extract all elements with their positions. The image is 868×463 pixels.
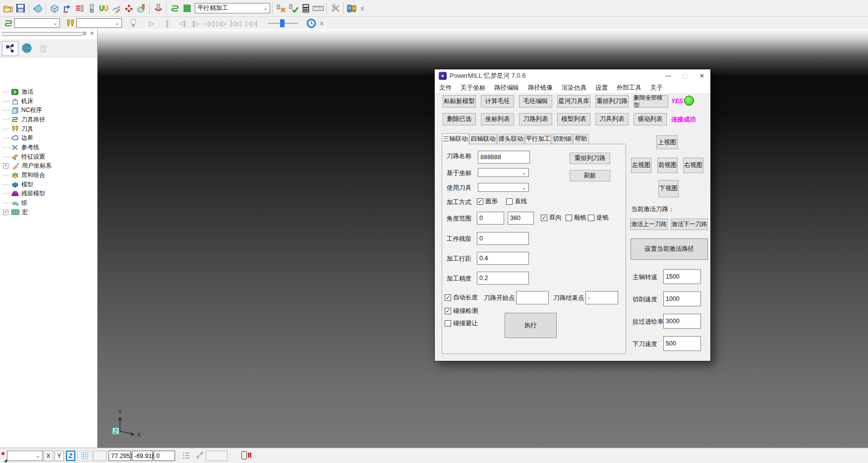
collision-check-icon[interactable]: [98, 2, 110, 15]
stepover-input[interactable]: [477, 252, 529, 265]
tree-item-toolpaths[interactable]: 刀具路径: [0, 115, 97, 124]
front-view-button[interactable]: 前视图: [657, 158, 678, 173]
sim-tool-combo[interactable]: ⌄: [76, 18, 122, 28]
toolpath-name-input[interactable]: [478, 151, 530, 164]
tree-item-boundaries[interactable]: 边界: [0, 133, 97, 143]
tree-item-stock-models[interactable]: 残留模型: [0, 189, 97, 199]
pause-icon[interactable]: ||: [161, 17, 173, 30]
grid-toggle-button[interactable]: [77, 451, 92, 461]
close-icon[interactable]: ✕: [694, 70, 710, 82]
angle-to-input[interactable]: [508, 212, 534, 225]
tool-library-button[interactable]: 星河刀具库: [557, 95, 590, 108]
climb-mill-checkbox[interactable]: 顺铣: [566, 214, 586, 222]
checkbox-checked[interactable]: ✓: [445, 308, 451, 314]
tab-saw[interactable]: 切割锯: [552, 134, 573, 144]
coordinate-list-icon[interactable]: [182, 452, 191, 462]
refresh-button[interactable]: 刷新: [570, 170, 610, 181]
tab-4axis[interactable]: 四轴联动: [469, 134, 497, 144]
conventional-mill-checkbox[interactable]: 逆铣: [588, 214, 609, 222]
checkbox-unchecked[interactable]: [506, 198, 513, 205]
circle-checkbox[interactable]: ✓ 圆形: [477, 197, 498, 206]
axis-x-button[interactable]: X: [44, 451, 53, 461]
axis-z-button[interactable]: Z: [66, 451, 75, 461]
leads-links-icon[interactable]: [73, 2, 85, 15]
open-project-icon[interactable]: [2, 2, 14, 15]
set-active-path-button[interactable]: 设置当前激活路径: [631, 238, 708, 260]
explorer-tree-tab[interactable]: [2, 41, 18, 56]
checkbox-checked[interactable]: ✓: [541, 215, 547, 221]
explorer-trash-tab[interactable]: [35, 41, 51, 55]
axis-y-button[interactable]: Y: [55, 451, 64, 461]
simbar-close-icon[interactable]: x: [317, 19, 326, 28]
pattern-icon[interactable]: [122, 2, 135, 15]
execute-button[interactable]: 执行: [505, 313, 557, 338]
toolpath-list-button[interactable]: 刀路列表: [519, 113, 552, 125]
slider-handle[interactable]: [280, 19, 285, 27]
tolerance-input[interactable]: [477, 272, 529, 285]
panel-close-icon[interactable]: ✕: [90, 30, 94, 37]
save-project-icon[interactable]: [14, 2, 27, 15]
drive-list-button[interactable]: 驱动列表: [634, 113, 667, 125]
menu-path-edit[interactable]: 路径编辑: [490, 84, 523, 92]
feed-rate-icon[interactable]: [152, 2, 164, 15]
teapot-demo-icon[interactable]: [31, 2, 44, 15]
model-list-button[interactable]: 模型列表: [557, 113, 590, 125]
tree-item-activate[interactable]: 激活: [0, 87, 97, 97]
rearrange-toolpaths-button[interactable]: 重排列刀路: [595, 95, 629, 108]
go-to-end-icon[interactable]: ▷▷|: [243, 17, 259, 30]
go-to-start-icon[interactable]: |◁◁: [228, 17, 243, 30]
plunge-feed-input[interactable]: [663, 336, 701, 351]
device-pause-icon[interactable]: [241, 451, 247, 460]
checkbox-unchecked[interactable]: [588, 215, 594, 221]
dialog-titlebar[interactable]: ✦ PowerMILL 忆梦星河 7.0.6 — ▢ ✕: [435, 69, 710, 82]
workplane-combo[interactable]: ⌄: [7, 451, 43, 461]
tool-delete-icon[interactable]: [275, 2, 287, 15]
delete-all-models-button[interactable]: 删除全部模型: [634, 95, 668, 108]
menu-render-sim[interactable]: 渲染仿真: [557, 84, 591, 92]
checkbox-unchecked[interactable]: [566, 215, 572, 221]
toolpath-icon[interactable]: [169, 2, 181, 15]
tab-3axis[interactable]: 三轴联动: [442, 133, 469, 144]
step-back-icon[interactable]: ◁|: [176, 17, 188, 30]
end-point-input[interactable]: [585, 291, 618, 304]
right-view-button[interactable]: 右视图: [683, 158, 703, 173]
activate-prev-toolpath-button[interactable]: 激活上一刀路: [630, 219, 668, 230]
explorer-globe-tab[interactable]: [19, 41, 34, 55]
left-view-button[interactable]: 左视图: [631, 158, 651, 173]
tab-parallel[interactable]: 平行加工: [525, 134, 551, 144]
activate-next-toolpath-button[interactable]: 激活下一刀路: [671, 219, 708, 230]
light-bulb-icon[interactable]: [127, 17, 139, 30]
tool-list-button[interactable]: 刀具列表: [595, 113, 629, 125]
maximize-icon[interactable]: ▢: [677, 70, 694, 82]
toolbar-close-icon[interactable]: x: [358, 4, 367, 13]
angle-from-input[interactable]: [477, 212, 504, 225]
checkbox-checked[interactable]: ✓: [477, 198, 483, 205]
curve-editor-icon[interactable]: [110, 2, 122, 15]
menu-path-mirror[interactable]: 路径镜像: [523, 84, 557, 92]
tool-change-icon[interactable]: [329, 2, 341, 15]
stock-allowance-input[interactable]: [477, 232, 529, 245]
spindle-speed-input[interactable]: [663, 269, 701, 284]
checkbox-unchecked[interactable]: [445, 320, 451, 327]
expand-icon[interactable]: +: [3, 163, 8, 169]
menu-settings[interactable]: 设置: [591, 84, 612, 92]
tree-item-patterns[interactable]: 参考线: [0, 143, 97, 152]
use-tool-combo[interactable]: ⌄: [478, 183, 529, 192]
paste-new-model-button[interactable]: 粘贴新模型: [443, 95, 476, 108]
coord-list-button[interactable]: 坐标列表: [481, 113, 514, 125]
tree-item-macros[interactable]: +宏: [0, 208, 97, 217]
step-forward-icon[interactable]: |▷: [189, 17, 202, 30]
toolpath-connections-icon[interactable]: [60, 2, 73, 15]
fast-forward-icon[interactable]: ▷▷: [215, 17, 228, 30]
expand-icon[interactable]: +: [3, 210, 8, 215]
block-edit-button[interactable]: 毛坯编辑: [519, 95, 552, 108]
collision-check-checkbox[interactable]: ✓ 碰撞检测: [445, 307, 478, 315]
menu-external-tools[interactable]: 外部工具: [612, 84, 646, 92]
minimize-icon[interactable]: —: [660, 70, 677, 82]
skim-feed-input[interactable]: [663, 314, 701, 329]
calculator-icon[interactable]: [299, 2, 312, 15]
collision-avoid-checkbox[interactable]: 碰撞避让: [445, 319, 478, 328]
sim-toolpath-combo[interactable]: ⌄: [14, 18, 60, 28]
top-view-button[interactable]: 上视图: [656, 135, 678, 149]
sim-speed-slider[interactable]: [268, 19, 298, 27]
